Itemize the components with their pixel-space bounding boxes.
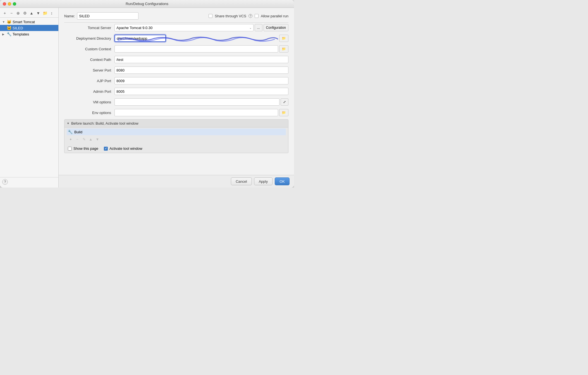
share-vcs-checkbox[interactable] — [209, 14, 212, 18]
add-config-button[interactable]: + — [2, 10, 8, 16]
vm-options-expand-button[interactable]: ⤢ — [281, 98, 288, 106]
name-row: Name: Share through VCS ? Allow parallel… — [64, 12, 288, 20]
before-launch-arrow-icon: ▼ — [67, 122, 70, 125]
tomcat-server-value: Apache Tomcat 9.0.30 — [116, 26, 152, 30]
sidebar-item-label-templates: Templates — [13, 32, 29, 36]
context-path-input[interactable] — [114, 56, 288, 63]
vm-options-wrapper: ⤢ — [114, 98, 288, 106]
window-title: Run/Debug Configurations — [126, 2, 168, 6]
deployment-wrapper: 📁 — [114, 35, 288, 42]
tomcat-icon: 🐱 — [7, 20, 11, 24]
templates-icon: 🔧 — [7, 32, 11, 36]
parallel-run-label: Allow parallel run — [261, 14, 288, 18]
tomcat-chevron-icon: ⌄ — [249, 26, 252, 29]
wrench-button[interactable]: ⚙ — [22, 10, 28, 16]
deployment-dir-row: Deployment Directory 📁 — [64, 34, 288, 42]
sidebar-item-label-smart-tomcat: Smart Tomcat — [13, 20, 35, 24]
share-vcs-label: Share through VCS — [215, 14, 246, 18]
show-page-label[interactable]: Show this page — [68, 146, 98, 151]
sidebar-item-templates[interactable]: ▶ 🔧 Templates — [0, 31, 58, 37]
tomcat-more-button[interactable]: ... — [255, 24, 262, 31]
title-bar: Run/Debug Configurations — [0, 0, 294, 8]
before-launch-up-button[interactable]: ▲ — [88, 136, 94, 142]
deployment-field-wrapper — [114, 35, 278, 42]
ajp-port-row: AJP Port — [64, 77, 288, 85]
before-launch-title: Before launch: Build, Activate tool wind… — [71, 121, 138, 125]
custom-context-row: Custom Context 📁 — [64, 45, 288, 53]
ajp-port-label: AJP Port — [64, 79, 114, 83]
server-port-label: Server Port — [64, 68, 114, 72]
move-up-button[interactable]: ▲ — [28, 10, 35, 16]
env-options-expand-button[interactable]: 📁 — [279, 109, 288, 116]
activate-tool-window-text: Activate tool window — [109, 146, 142, 151]
before-launch-header[interactable]: ▼ Before launch: Build, Activate tool wi… — [64, 120, 288, 127]
minimize-button[interactable] — [8, 2, 11, 6]
help-button[interactable]: ? — [2, 179, 8, 185]
deployment-dir-input[interactable] — [114, 35, 166, 42]
deployment-dir-label: Deployment Directory — [64, 36, 114, 41]
before-launch-edit-button[interactable]: ✎ — [81, 136, 87, 142]
before-launch-add-button[interactable]: + — [68, 136, 73, 142]
sidebar-toolbar: + − ⊕ ⚙ ▲ ▼ 📁 ↕ — [0, 9, 58, 18]
sidebar-item-smart-tomcat[interactable]: ▼ 🐱 Smart Tomcat — [0, 19, 58, 25]
build-item-label: Build — [74, 130, 82, 134]
vm-options-label: VM options — [64, 100, 114, 104]
config-tree: ▼ 🐱 Smart Tomcat 🐱 SILED ▶ 🔧 Templates — [0, 18, 58, 177]
activate-tool-window-checkbox[interactable] — [104, 147, 108, 151]
toggle-smart-tomcat: ▼ — [2, 20, 6, 23]
siled-icon: 🐱 — [7, 26, 11, 30]
server-port-input[interactable] — [114, 67, 288, 74]
name-input[interactable] — [77, 12, 138, 20]
toggle-templates: ▶ — [2, 33, 6, 36]
sidebar-item-siled[interactable]: 🐱 SILED — [0, 25, 58, 31]
tomcat-select-wrapper: Apache Tomcat 9.0.30 ⌄ ... Configuration — [114, 24, 288, 31]
right-panel: Name: Share through VCS ? Allow parallel… — [59, 8, 294, 188]
custom-context-browse-button[interactable]: 📁 — [279, 45, 288, 53]
tomcat-server-select[interactable]: Apache Tomcat 9.0.30 ⌄ — [114, 24, 254, 31]
tomcat-server-label: Tomcat Server — [64, 26, 114, 30]
custom-context-wrapper: 📁 — [114, 45, 288, 53]
custom-context-input[interactable] — [114, 45, 278, 53]
separator-1 — [64, 22, 288, 23]
sidebar: + − ⊕ ⚙ ▲ ▼ 📁 ↕ ▼ 🐱 Smart Tomcat 🐱 — [0, 8, 59, 188]
close-button[interactable] — [3, 2, 6, 6]
window-controls — [3, 2, 16, 6]
ajp-port-input[interactable] — [114, 77, 288, 84]
move-down-button[interactable]: ▼ — [35, 10, 41, 16]
custom-context-label: Custom Context — [64, 47, 114, 51]
remove-config-button[interactable]: − — [8, 10, 15, 16]
admin-port-row: Admin Port — [64, 87, 288, 95]
header-right: Share through VCS ? Allow parallel run — [209, 14, 288, 18]
env-options-label: Env options — [64, 111, 114, 115]
copy-config-button[interactable]: ⊕ — [15, 10, 21, 16]
sidebar-footer: ? — [0, 177, 58, 186]
deployment-dir-browse-button[interactable]: 📁 — [279, 35, 288, 42]
name-label: Name: — [64, 14, 75, 18]
sidebar-item-label-siled: SILED — [13, 26, 23, 30]
share-vcs-help-icon[interactable]: ? — [248, 14, 252, 18]
before-launch-section: ▼ Before launch: Build, Activate tool wi… — [64, 119, 288, 153]
cancel-button[interactable]: Cancel — [231, 177, 252, 185]
bottom-bar: Cancel Apply OK — [59, 175, 294, 188]
name-left: Name: — [64, 12, 138, 20]
before-launch-down-button[interactable]: ▼ — [95, 136, 100, 142]
folder-button[interactable]: 📁 — [42, 10, 48, 16]
tomcat-configuration-button[interactable]: Configuration — [264, 24, 288, 31]
env-options-input[interactable] — [114, 109, 278, 116]
main-content: + − ⊕ ⚙ ▲ ▼ 📁 ↕ ▼ 🐱 Smart Tomcat 🐱 — [0, 8, 294, 188]
sort-button[interactable]: ↕ — [49, 10, 55, 16]
before-launch-list: 🔧 Build + − ✎ ▲ ▼ — [64, 127, 288, 144]
show-page-checkbox[interactable] — [68, 147, 72, 151]
server-port-row: Server Port — [64, 66, 288, 74]
before-launch-remove-button[interactable]: − — [75, 136, 80, 142]
ok-button[interactable]: OK — [275, 177, 290, 185]
context-path-label: Context Path — [64, 58, 114, 62]
maximize-button[interactable] — [13, 2, 16, 6]
admin-port-input[interactable] — [114, 88, 288, 95]
build-icon: 🔧 — [68, 130, 73, 134]
allow-parallel-checkbox[interactable] — [255, 14, 259, 18]
apply-button[interactable]: Apply — [254, 177, 273, 185]
activate-tool-window-label[interactable]: Activate tool window — [104, 146, 142, 151]
form-area: Name: Share through VCS ? Allow parallel… — [59, 8, 294, 175]
vm-options-input[interactable] — [114, 98, 279, 106]
